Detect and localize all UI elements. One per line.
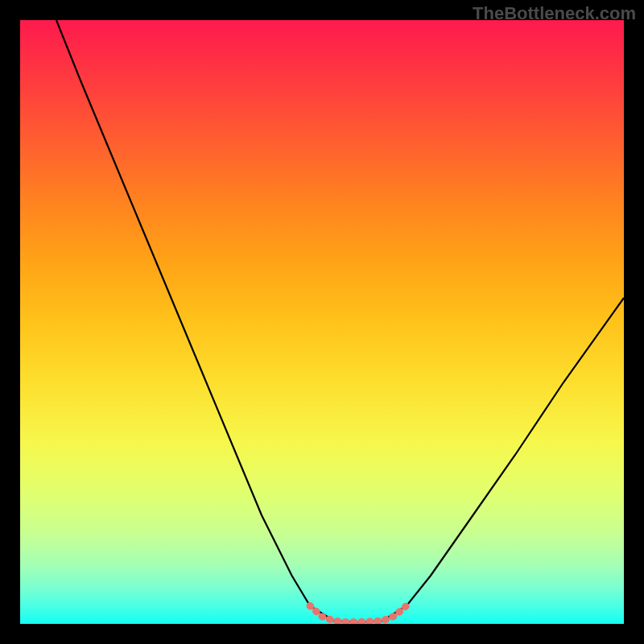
highlight-segment	[310, 606, 407, 622]
chart-svg	[20, 20, 624, 624]
watermark-text: TheBottleneck.com	[473, 3, 636, 24]
curve-line	[56, 20, 624, 622]
chart-plot-area	[20, 20, 624, 624]
